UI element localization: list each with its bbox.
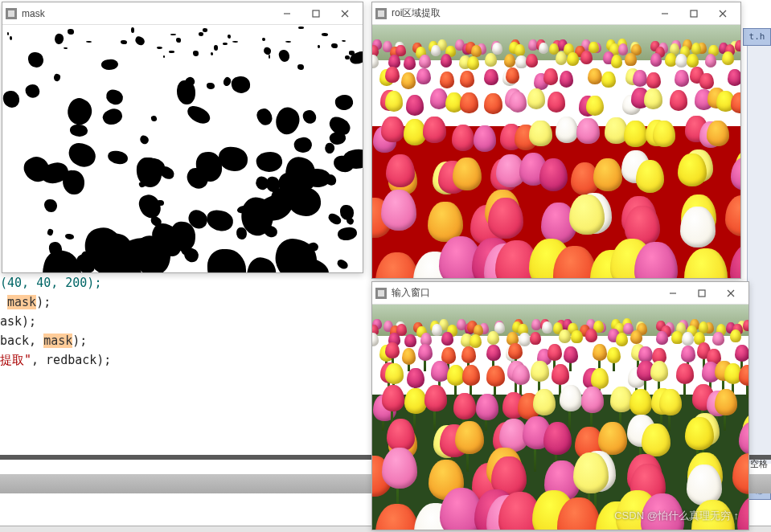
app-icon	[375, 288, 387, 299]
svg-rect-1	[313, 10, 319, 17]
roi-image	[372, 25, 740, 278]
minimize-button[interactable]	[273, 4, 301, 23]
svg-rect-9	[699, 290, 705, 297]
window-input[interactable]: 输入窗口 CSDN @怕什么真理无穷 ↑	[371, 281, 749, 530]
titlebar[interactable]: 输入窗口	[372, 282, 748, 305]
close-button[interactable]	[708, 4, 737, 23]
status-indent-label: 空格	[747, 458, 771, 470]
titlebar[interactable]: roi区域提取	[372, 2, 740, 25]
titlebar[interactable]: mask	[2, 2, 363, 25]
code-text: , redback);	[31, 353, 111, 367]
code-highlight: mask	[7, 295, 36, 309]
app-icon	[6, 8, 17, 19]
svg-rect-5	[691, 10, 697, 17]
code-string: 提取"	[0, 353, 31, 367]
maximize-button[interactable]	[679, 4, 708, 23]
window-title: 输入窗口	[392, 286, 658, 300]
window-title: roi区域提取	[392, 6, 650, 20]
close-button[interactable]	[330, 4, 359, 23]
code-text	[0, 295, 7, 309]
input-image: CSDN @怕什么真理无穷 ↑	[372, 305, 748, 530]
code-text: ask);	[0, 314, 36, 329]
window-roi[interactable]: roi区域提取	[371, 2, 741, 279]
solution-explorer-panel[interactable]	[747, 46, 771, 464]
code-highlight: mask	[43, 334, 72, 348]
mask-image	[2, 25, 363, 272]
minimize-button[interactable]	[650, 4, 679, 23]
window-title: mask	[22, 8, 273, 19]
maximize-button[interactable]	[301, 4, 330, 23]
maximize-button[interactable]	[687, 284, 716, 303]
code-editor[interactable]: (40, 40, 200); mask); ask); back, mask);…	[0, 273, 370, 370]
code-text: (40, 40, 200);	[0, 276, 101, 290]
app-icon	[375, 8, 387, 19]
minimize-button[interactable]	[658, 284, 687, 303]
close-button[interactable]	[716, 284, 745, 303]
file-tab[interactable]: t.h	[743, 28, 771, 46]
code-text: );	[36, 295, 51, 309]
code-text: back,	[0, 334, 43, 348]
window-mask[interactable]: mask	[2, 2, 363, 273]
code-text: );	[72, 334, 87, 348]
